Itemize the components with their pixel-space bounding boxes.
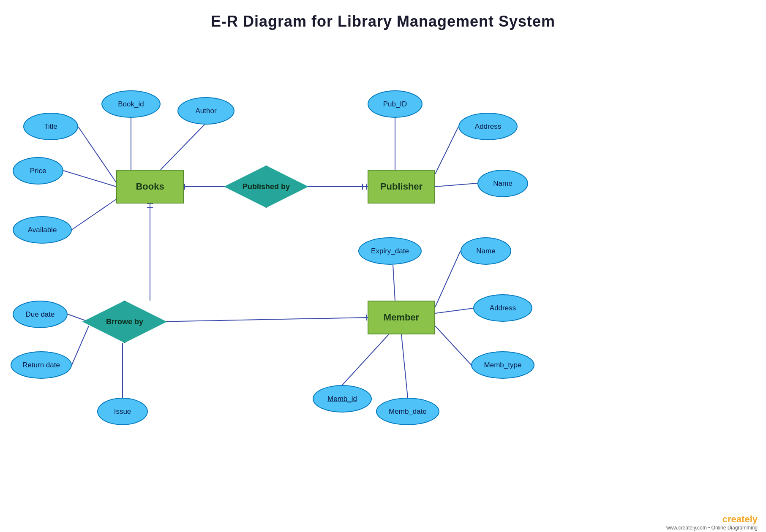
- attribute-memb-date[interactable]: Memb_date: [376, 398, 439, 425]
- svg-line-22: [393, 265, 395, 301]
- entity-publisher[interactable]: Publisher: [368, 170, 435, 204]
- svg-line-23: [435, 251, 461, 307]
- attribute-book-id[interactable]: Book_id: [101, 90, 161, 118]
- attribute-price[interactable]: Price: [13, 157, 63, 185]
- attribute-pub-address[interactable]: Address: [458, 113, 518, 140]
- creately-sub: www.creately.com • Online Diagramming: [666, 525, 758, 531]
- entity-member[interactable]: Member: [368, 301, 435, 334]
- svg-line-2: [161, 123, 206, 170]
- attribute-due-date[interactable]: Due date: [13, 301, 68, 328]
- creately-brand: creately: [666, 514, 758, 525]
- attribute-return-date[interactable]: Return date: [11, 351, 72, 379]
- svg-line-1: [78, 127, 116, 182]
- relationship-brrowe-by[interactable]: Brrowe by: [82, 301, 167, 343]
- svg-line-4: [72, 199, 116, 230]
- attribute-memb-id[interactable]: Memb_id: [313, 385, 372, 413]
- svg-line-25: [435, 326, 471, 365]
- svg-line-24: [435, 308, 473, 313]
- entity-books[interactable]: Books: [116, 170, 184, 204]
- attribute-memb-type[interactable]: Memb_type: [471, 351, 534, 379]
- attribute-mem-address[interactable]: Address: [473, 294, 532, 322]
- svg-line-19: [156, 318, 368, 322]
- svg-line-12: [435, 183, 477, 187]
- creately-logo: creately www.creately.com • Online Diagr…: [666, 514, 758, 531]
- attribute-issue[interactable]: Issue: [97, 398, 148, 425]
- attribute-author[interactable]: Author: [177, 97, 234, 125]
- relationship-brrowe-by-label: Brrowe by: [106, 318, 143, 326]
- svg-line-27: [401, 334, 408, 398]
- attribute-pub-id[interactable]: Pub_ID: [368, 90, 423, 118]
- svg-line-11: [435, 127, 458, 174]
- relationship-published-by[interactable]: Published by: [224, 166, 308, 208]
- attribute-mem-name[interactable]: Name: [461, 237, 511, 265]
- diagram-title: E-R Diagram for Library Management Syste…: [0, 0, 766, 30]
- attribute-available[interactable]: Available: [13, 216, 72, 244]
- relationship-published-by-label: Published by: [243, 182, 290, 191]
- attribute-title[interactable]: Title: [23, 113, 78, 140]
- diagram-container: Books Publisher Member Published by Brro…: [0, 30, 766, 532]
- attribute-pub-name[interactable]: Name: [477, 170, 528, 197]
- svg-line-26: [342, 334, 389, 385]
- attribute-expiry-date[interactable]: Expiry_date: [358, 237, 422, 265]
- svg-line-3: [63, 171, 116, 187]
